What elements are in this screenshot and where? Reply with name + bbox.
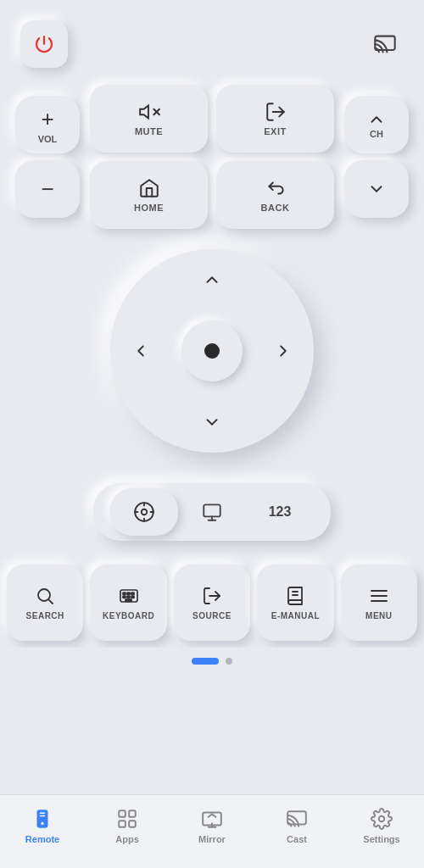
dpad-down-button[interactable] (193, 403, 231, 441)
svg-line-15 (49, 599, 53, 603)
svg-rect-40 (40, 815, 46, 817)
dpad-up-button[interactable] (193, 261, 231, 298)
exit-button[interactable]: EXIT (216, 85, 334, 153)
dpad-left-button[interactable] (122, 332, 159, 370)
apps-nav-icon (115, 807, 139, 831)
center-controls-grid: MUTE EXIT HOME BACK (90, 85, 334, 229)
function-buttons-row: SEARCH KEYBOARD SOURCE (0, 551, 424, 648)
dpad-center-dot (204, 343, 220, 359)
page-dots (0, 648, 424, 678)
ch-down-button[interactable] (344, 160, 409, 218)
svg-rect-43 (119, 821, 126, 827)
dpad-right-button[interactable] (265, 332, 302, 370)
bottom-nav: Remote Apps Mirror (0, 794, 424, 868)
vol-up-button[interactable]: + VOL (15, 96, 80, 153)
vol-down-button[interactable]: − (15, 160, 80, 218)
svg-rect-30 (126, 599, 131, 602)
page-dot-1[interactable] (192, 658, 219, 665)
nav-item-mirror[interactable]: Mirror (170, 804, 254, 844)
numpad-button[interactable]: 123 (246, 488, 314, 536)
dpad-section (0, 236, 424, 463)
volume-column: + VOL − (14, 96, 81, 218)
cast-button[interactable] (366, 25, 404, 63)
svg-point-14 (38, 589, 50, 601)
svg-point-49 (379, 816, 385, 822)
svg-rect-48 (287, 811, 306, 824)
dpad-ok-button[interactable] (181, 320, 243, 381)
power-button[interactable] (20, 20, 68, 68)
top-bar (0, 0, 424, 75)
keyboard-button[interactable]: KEYBOARD (90, 565, 166, 641)
controls-section: + VOL − MUTE EXIT (0, 75, 424, 236)
channel-column: CH (343, 96, 410, 218)
remote-nav-icon (31, 807, 54, 831)
search-button[interactable]: SEARCH (7, 565, 83, 641)
svg-rect-28 (127, 596, 130, 598)
mute-button[interactable]: MUTE (90, 85, 208, 153)
svg-rect-42 (129, 810, 136, 817)
svg-point-38 (41, 822, 43, 825)
emanual-button[interactable]: E-MANUAL (257, 565, 333, 641)
svg-rect-11 (204, 504, 220, 516)
ch-up-button[interactable]: CH (344, 96, 409, 153)
nav-item-apps[interactable]: Apps (85, 804, 170, 844)
gamepad-button[interactable] (110, 488, 178, 536)
nav-item-cast[interactable]: Cast (254, 804, 339, 844)
svg-rect-44 (129, 821, 136, 827)
quick-bar: 123 (93, 483, 331, 541)
source-button[interactable]: SOURCE (174, 565, 250, 641)
home-button[interactable]: HOME (90, 161, 208, 229)
svg-rect-27 (123, 596, 126, 598)
svg-marker-1 (140, 105, 148, 118)
svg-rect-29 (131, 596, 134, 598)
svg-rect-24 (123, 593, 126, 595)
svg-rect-39 (40, 812, 46, 814)
page-dot-2[interactable] (226, 658, 232, 665)
dpad-circle (110, 249, 314, 453)
menu-button[interactable]: MENU (341, 565, 417, 641)
cast-nav-icon (285, 807, 309, 831)
svg-rect-25 (127, 593, 130, 595)
svg-rect-26 (131, 593, 134, 595)
nav-item-remote[interactable]: Remote (0, 804, 85, 844)
screen-button[interactable] (178, 488, 246, 536)
svg-rect-0 (375, 36, 394, 50)
svg-rect-41 (119, 810, 126, 817)
back-button[interactable]: BACK (216, 161, 334, 229)
nav-item-settings[interactable]: Settings (339, 804, 424, 844)
svg-point-6 (142, 509, 148, 515)
mirror-nav-icon (200, 807, 224, 831)
settings-nav-icon (370, 807, 393, 831)
